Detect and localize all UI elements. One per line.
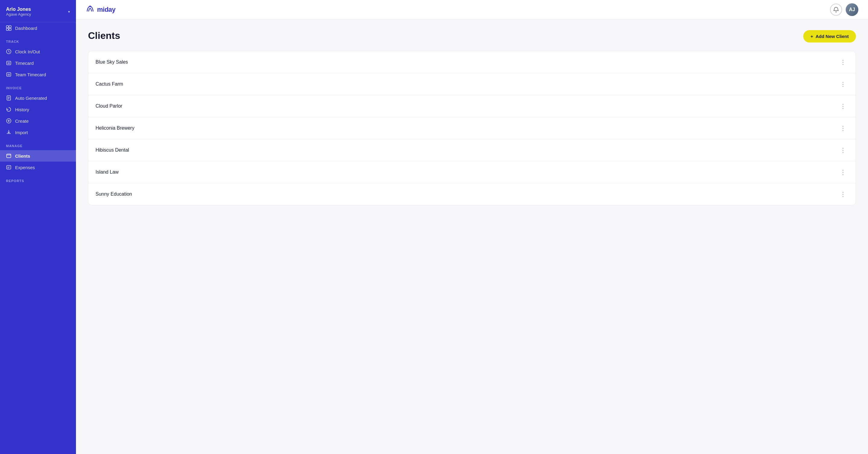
svg-rect-8	[7, 73, 11, 76]
client-name: Hibiscus Dental	[96, 147, 129, 153]
plus-icon: +	[810, 34, 813, 39]
topnav-right: AJ	[830, 3, 858, 16]
svg-rect-2	[6, 28, 8, 30]
dashboard-icon	[6, 25, 11, 31]
sidebar-item-auto-generated[interactable]: Auto Generated	[0, 92, 76, 104]
client-list: Blue Sky Sales ⋮ Cactus Farm ⋮ Cloud Par…	[88, 51, 856, 205]
topnav: miday AJ	[76, 0, 868, 19]
section-reports-label: REPORTS	[0, 173, 76, 185]
page-title: Clients	[88, 30, 120, 41]
sidebar-item-create[interactable]: Create	[0, 115, 76, 127]
add-new-client-label: Add New Client	[815, 34, 849, 39]
create-icon	[6, 118, 11, 124]
sidebar-item-label: History	[15, 107, 29, 112]
import-icon	[6, 130, 11, 135]
sidebar-item-label: Clients	[15, 153, 30, 158]
client-more-button[interactable]: ⋮	[838, 80, 848, 88]
client-name: Cactus Farm	[96, 81, 123, 87]
client-row[interactable]: Cactus Farm ⋮	[88, 73, 856, 95]
sidebar-item-label: Expenses	[15, 165, 35, 170]
logo-text: miday	[97, 6, 116, 13]
history-icon	[6, 107, 11, 112]
sidebar-item-timecard[interactable]: Timecard	[0, 57, 76, 69]
add-new-client-button[interactable]: + Add New Client	[803, 30, 856, 42]
client-more-button[interactable]: ⋮	[838, 102, 848, 110]
sidebar-item-clients[interactable]: Clients	[0, 150, 76, 161]
svg-rect-18	[7, 154, 11, 158]
page-content: Clients + Add New Client Blue Sky Sales …	[76, 19, 868, 454]
sidebar-item-label: Timecard	[15, 61, 34, 66]
sidebar-item-label: Import	[15, 130, 28, 135]
main-content: miday AJ Clients + Add New Client Bl	[76, 0, 868, 454]
svg-rect-0	[6, 26, 8, 28]
client-more-button[interactable]: ⋮	[838, 168, 848, 176]
client-name: Cloud Parlor	[96, 103, 122, 109]
sidebar-item-clock-in-out[interactable]: Clock In/Out	[0, 46, 76, 57]
team-timecard-icon	[6, 72, 11, 77]
sidebar-item-label: Dashboard	[15, 26, 37, 31]
logo: miday	[86, 4, 116, 15]
logo-icon	[86, 4, 95, 15]
client-row[interactable]: Cloud Parlor ⋮	[88, 95, 856, 117]
client-name: Sunny Education	[96, 191, 132, 197]
clock-icon	[6, 49, 11, 54]
avatar[interactable]: AJ	[846, 3, 858, 16]
sidebar-item-team-timecard[interactable]: Team Timecard	[0, 69, 76, 80]
client-more-button[interactable]: ⋮	[838, 146, 848, 154]
clients-icon	[6, 153, 11, 158]
section-track-label: TRACK	[0, 34, 76, 46]
sidebar-item-label: Auto Generated	[15, 96, 47, 101]
user-name: Arlo Jones	[6, 7, 31, 12]
client-row[interactable]: Blue Sky Sales ⋮	[88, 51, 856, 73]
avatar-image: AJ	[846, 3, 858, 16]
svg-rect-19	[7, 165, 11, 169]
workspace-selector[interactable]: Arlo Jones Agave Agency ▾	[0, 0, 76, 22]
client-row[interactable]: Hibiscus Dental ⋮	[88, 139, 856, 161]
sidebar-item-history[interactable]: History	[0, 104, 76, 115]
sidebar-item-label: Team Timecard	[15, 72, 46, 77]
sidebar: Arlo Jones Agave Agency ▾ Dashboard TRAC…	[0, 0, 76, 454]
svg-rect-3	[9, 28, 11, 30]
client-row[interactable]: Sunny Education ⋮	[88, 183, 856, 205]
client-row[interactable]: Island Law ⋮	[88, 161, 856, 183]
svg-rect-1	[9, 26, 11, 28]
section-invoice-label: INVOICE	[0, 80, 76, 92]
doc-icon	[6, 95, 11, 101]
client-more-button[interactable]: ⋮	[838, 190, 848, 199]
client-more-button[interactable]: ⋮	[838, 124, 848, 132]
page-title-row: Clients + Add New Client	[88, 30, 856, 42]
sidebar-item-dashboard[interactable]: Dashboard	[0, 22, 76, 34]
sidebar-item-label: Create	[15, 119, 29, 124]
client-name: Blue Sky Sales	[96, 59, 128, 65]
sidebar-item-expenses[interactable]: Expenses	[0, 161, 76, 173]
chevron-down-icon: ▾	[68, 10, 70, 14]
client-name: Heliconia Brewery	[96, 125, 134, 131]
agency-name: Agave Agency	[6, 12, 31, 17]
section-manage-label: MANAGE	[0, 138, 76, 150]
expenses-icon	[6, 164, 11, 170]
timecard-icon	[6, 60, 11, 66]
svg-rect-5	[7, 61, 11, 65]
client-row[interactable]: Heliconia Brewery ⋮	[88, 117, 856, 139]
notifications-button[interactable]	[830, 4, 842, 16]
sidebar-item-import[interactable]: Import	[0, 127, 76, 138]
client-name: Island Law	[96, 170, 119, 175]
sidebar-item-label: Clock In/Out	[15, 49, 40, 54]
client-more-button[interactable]: ⋮	[838, 58, 848, 66]
svg-point-22	[90, 5, 91, 7]
